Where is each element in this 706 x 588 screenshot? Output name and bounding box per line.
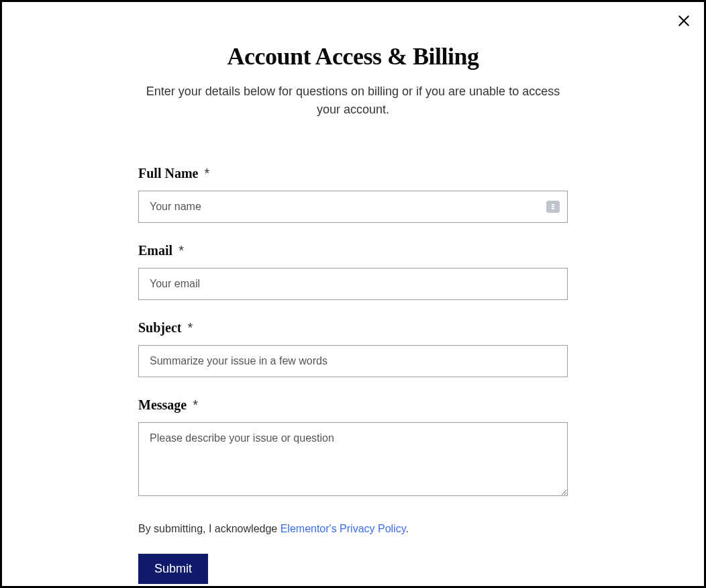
form-group-message: Message * (138, 397, 568, 499)
modal-container: Account Access & Billing Enter your deta… (0, 0, 706, 588)
privacy-policy-link[interactable]: Elementor's Privacy Policy (281, 523, 406, 534)
fullname-label: Full Name (138, 166, 198, 181)
subject-label-wrapper: Subject * (138, 320, 568, 336)
acknowledgement-text: By submitting, I acknowledge Elementor's… (138, 523, 568, 535)
subject-required: * (187, 320, 193, 335)
modal-content: Account Access & Billing Enter your deta… (138, 15, 568, 584)
close-button[interactable] (676, 13, 692, 29)
form-group-fullname: Full Name * (138, 166, 568, 223)
message-label: Message (138, 397, 187, 412)
fullname-label-wrapper: Full Name * (138, 166, 568, 181)
email-label: Email (138, 243, 172, 258)
email-input[interactable] (138, 268, 568, 300)
modal-title: Account Access & Billing (138, 42, 568, 70)
form-group-email: Email * (138, 243, 568, 300)
modal-subtitle: Enter your details below for questions o… (138, 83, 568, 119)
message-textarea[interactable] (138, 422, 568, 496)
subject-label: Subject (138, 320, 181, 335)
autofill-icon (546, 201, 560, 213)
message-label-wrapper: Message * (138, 397, 568, 413)
email-label-wrapper: Email * (138, 243, 568, 258)
submit-button[interactable]: Submit (138, 554, 208, 584)
fullname-input-wrapper (138, 191, 568, 223)
fullname-input[interactable] (138, 191, 568, 223)
ack-prefix: By submitting, I acknowledge (138, 523, 281, 534)
fullname-required: * (204, 166, 209, 181)
close-icon (677, 14, 691, 28)
email-required: * (179, 243, 184, 258)
form-group-subject: Subject * (138, 320, 568, 377)
subject-input[interactable] (138, 345, 568, 377)
message-required: * (193, 397, 198, 412)
ack-suffix: . (405, 523, 408, 534)
